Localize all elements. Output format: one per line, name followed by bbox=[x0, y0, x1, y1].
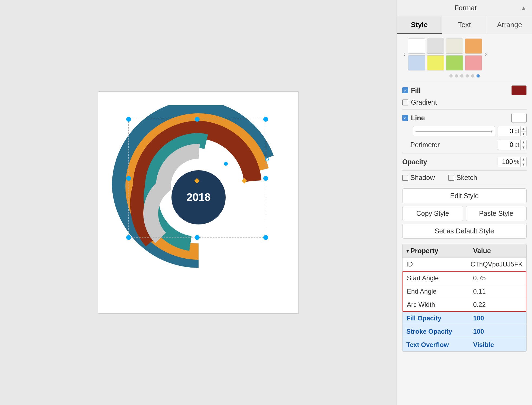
perimeter-up[interactable]: ▲ bbox=[521, 140, 526, 145]
table-row-fill-opacity: Fill Opacity 100 bbox=[403, 312, 526, 325]
value-cell-stroke-opacity: 100 bbox=[469, 325, 526, 338]
prop-col-arrow-icon[interactable]: ▾ bbox=[406, 248, 409, 254]
line-style-dropdown[interactable]: ▾ bbox=[413, 126, 495, 136]
perimeter-field[interactable] bbox=[498, 141, 514, 149]
opacity-input[interactable]: % ▲ ▼ bbox=[498, 157, 527, 167]
swatches-container: ‹ › bbox=[402, 38, 527, 70]
line-weight-field[interactable] bbox=[498, 127, 514, 135]
property-cell-stroke-opacity: Stroke Opacity bbox=[403, 325, 469, 338]
perimeter-arrows: ▲ ▼ bbox=[520, 140, 526, 150]
dot-0[interactable] bbox=[449, 74, 453, 78]
gradient-checkbox[interactable] bbox=[402, 99, 408, 105]
property-cell-fill-opacity: Fill Opacity bbox=[403, 312, 469, 325]
edit-style-button[interactable]: Edit Style bbox=[402, 188, 527, 203]
right-panel: Format ▲ Style Text Arrange ‹ bbox=[397, 0, 532, 405]
line-row: ✓ Line bbox=[402, 113, 527, 123]
handle-br[interactable] bbox=[263, 235, 268, 240]
dot-3[interactable] bbox=[466, 74, 469, 78]
swatch-7[interactable] bbox=[465, 55, 482, 70]
tab-arrange[interactable]: Arrange bbox=[487, 16, 532, 34]
shadow-item: Shadow bbox=[402, 174, 440, 182]
property-cell-text-overflow: Text Overflow bbox=[403, 338, 469, 351]
swatches-grid bbox=[408, 38, 482, 70]
line-weight-down[interactable]: ▼ bbox=[521, 131, 526, 137]
opacity-arrows: ▲ ▼ bbox=[520, 157, 526, 167]
opacity-unit: % bbox=[514, 158, 521, 165]
handle-tm[interactable] bbox=[195, 117, 200, 122]
line-style-row: ▾ pt ▲ ▼ bbox=[402, 126, 527, 136]
table-row-text-overflow: Text Overflow Visible bbox=[403, 338, 526, 351]
line-weight-arrows: ▲ ▼ bbox=[520, 126, 526, 136]
shadow-sketch-row: Shadow Sketch bbox=[402, 174, 527, 182]
property-col-header: ▾ Property bbox=[403, 244, 469, 258]
line-color-swatch[interactable] bbox=[511, 113, 527, 123]
table-row-end-angle: End Angle 0.11 bbox=[403, 285, 526, 298]
line-weight-unit: pt bbox=[514, 128, 520, 135]
table-row-stroke-opacity: Stroke Opacity 100 bbox=[403, 325, 526, 338]
canvas-area: 2018 ↻ bbox=[0, 0, 397, 405]
fill-label: Fill bbox=[411, 86, 441, 94]
arc-handle-top[interactable] bbox=[223, 161, 228, 166]
opacity-field[interactable] bbox=[498, 158, 514, 166]
perimeter-unit: pt bbox=[514, 141, 520, 148]
canvas-content: 2018 ↻ bbox=[98, 91, 299, 314]
handle-tl[interactable] bbox=[126, 117, 131, 122]
shadow-label: Shadow bbox=[410, 174, 440, 182]
line-weight-input[interactable]: pt ▲ ▼ bbox=[498, 126, 527, 136]
handle-tr[interactable] bbox=[263, 117, 268, 122]
swatch-0[interactable] bbox=[408, 38, 425, 54]
dot-5[interactable] bbox=[476, 74, 480, 78]
panel-scroll: ‹ › ✓ Fill bbox=[397, 34, 532, 405]
swatch-4[interactable] bbox=[408, 55, 425, 70]
swatch-3[interactable] bbox=[465, 38, 482, 54]
paste-style-button[interactable]: Paste Style bbox=[466, 206, 527, 221]
perimeter-down[interactable]: ▼ bbox=[521, 145, 526, 150]
handle-mr[interactable] bbox=[263, 176, 268, 181]
handle-bl[interactable] bbox=[126, 235, 131, 240]
fill-checkbox[interactable]: ✓ bbox=[402, 87, 408, 93]
tabs-bar: Style Text Arrange bbox=[397, 16, 532, 34]
rotate-handle[interactable]: ↻ bbox=[263, 156, 271, 163]
set-default-button[interactable]: Set as Default Style bbox=[402, 224, 527, 239]
swatches-prev[interactable]: ‹ bbox=[402, 50, 406, 59]
property-cell-id: ID bbox=[403, 258, 467, 271]
line-label: Line bbox=[411, 114, 441, 122]
perimeter-input[interactable]: pt ▲ ▼ bbox=[498, 140, 527, 150]
opacity-label: Opacity bbox=[402, 158, 432, 166]
swatch-5[interactable] bbox=[427, 55, 444, 70]
swatches-next[interactable]: › bbox=[484, 50, 488, 59]
shadow-checkbox[interactable] bbox=[402, 175, 408, 181]
value-cell-start-angle: 0.75 bbox=[469, 272, 526, 285]
collapse-button[interactable]: ▲ bbox=[521, 5, 527, 12]
line-style-preview bbox=[416, 131, 491, 131]
handle-bm[interactable] bbox=[195, 235, 200, 240]
tab-style[interactable]: Style bbox=[397, 16, 442, 34]
fill-row: ✓ Fill bbox=[402, 85, 527, 95]
table-row-start-angle: Start Angle 0.75 bbox=[403, 272, 526, 285]
copy-style-button[interactable]: Copy Style bbox=[402, 206, 463, 221]
line-weight-up[interactable]: ▲ bbox=[521, 126, 526, 131]
tab-text[interactable]: Text bbox=[442, 16, 487, 34]
property-cell-end-angle: End Angle bbox=[403, 285, 469, 298]
dot-2[interactable] bbox=[460, 74, 463, 78]
property-cell-start-angle: Start Angle bbox=[403, 272, 469, 285]
opacity-down[interactable]: ▼ bbox=[521, 162, 526, 167]
value-cell-id: CThQVpoJUJ5FK bbox=[467, 258, 526, 271]
arc-handle-right[interactable] bbox=[242, 178, 247, 184]
dot-4[interactable] bbox=[471, 74, 474, 78]
perimeter-row: Perimeter pt ▲ ▼ bbox=[402, 140, 527, 150]
opacity-up[interactable]: ▲ bbox=[521, 157, 526, 162]
handle-ml[interactable] bbox=[126, 176, 131, 181]
gradient-label: Gradient bbox=[411, 98, 441, 106]
dot-1[interactable] bbox=[455, 74, 458, 78]
sketch-checkbox[interactable] bbox=[448, 175, 454, 181]
sketch-label: Sketch bbox=[456, 174, 486, 182]
swatch-1[interactable] bbox=[427, 38, 444, 54]
swatch-2[interactable] bbox=[446, 38, 463, 54]
line-checkbox[interactable]: ✓ bbox=[402, 115, 408, 121]
arc-handle-left[interactable] bbox=[194, 178, 200, 184]
fill-color-swatch[interactable] bbox=[511, 85, 527, 95]
gradient-row: Gradient bbox=[402, 98, 527, 106]
swatch-6[interactable] bbox=[446, 55, 463, 70]
table-row-arc-width: Arc Width 0.22 bbox=[403, 298, 526, 311]
